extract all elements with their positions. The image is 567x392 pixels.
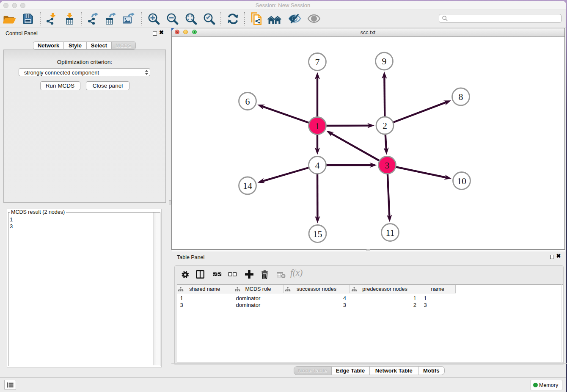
- svg-text:10: 10: [457, 176, 466, 186]
- svg-text:14: 14: [243, 180, 252, 191]
- svg-text:7: 7: [315, 57, 320, 67]
- svg-text:8: 8: [459, 91, 463, 102]
- svg-text:15: 15: [313, 229, 322, 239]
- svg-text:9: 9: [382, 56, 387, 66]
- svg-text:1: 1: [315, 121, 320, 131]
- svg-text:11: 11: [385, 227, 394, 238]
- svg-text:3: 3: [385, 160, 390, 171]
- svg-text:2: 2: [383, 120, 387, 131]
- svg-text:4: 4: [315, 160, 320, 171]
- svg-text:6: 6: [245, 96, 250, 107]
